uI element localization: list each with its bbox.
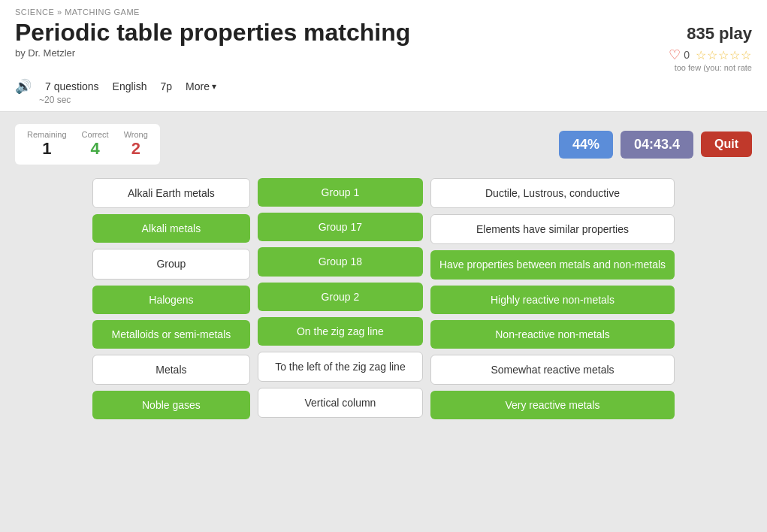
- quit-button[interactable]: Quit: [701, 131, 752, 157]
- match-item[interactable]: Group 17: [258, 213, 423, 241]
- match-item[interactable]: Group: [92, 249, 250, 279]
- play-count: 835 play: [669, 24, 752, 44]
- questions-label: 7 questions: [45, 80, 99, 92]
- match-item[interactable]: Alkali Earth metals: [92, 178, 250, 208]
- match-item[interactable]: Non-reactive non-metals: [430, 320, 675, 349]
- heart-count: 0: [684, 49, 690, 61]
- correct-value: 4: [91, 139, 100, 159]
- match-item[interactable]: Metals: [92, 355, 250, 385]
- wrong-label: Wrong: [124, 130, 148, 139]
- match-item[interactable]: Group 1: [258, 178, 423, 207]
- sound-icon[interactable]: 🔊: [15, 78, 32, 95]
- points-label: 7p: [161, 80, 173, 92]
- match-item[interactable]: Alkali metals: [92, 214, 250, 243]
- breadcrumb: SCIENCE » MATCHING GAME: [15, 8, 752, 17]
- remaining-value: 1: [42, 139, 51, 159]
- percent-badge: 44%: [559, 131, 613, 159]
- right-column: Ductile, Lustrous, conductiveElements ha…: [430, 178, 675, 419]
- match-item[interactable]: Group 18: [258, 247, 423, 276]
- match-item[interactable]: Elements have similar properties: [430, 214, 675, 244]
- timer-badge: 04:43.4: [621, 131, 693, 159]
- match-item[interactable]: Have properties between metals and non-m…: [430, 250, 675, 279]
- more-button[interactable]: More: [186, 80, 216, 92]
- stats-box: Remaining 1 Correct 4 Wrong 2: [15, 124, 160, 165]
- language-label: English: [113, 80, 147, 92]
- heart-icon[interactable]: ♡: [669, 47, 681, 63]
- author-label: by Dr. Metzler: [15, 47, 410, 59]
- match-item[interactable]: Ductile, Lustrous, conductive: [430, 178, 675, 208]
- matching-area: Alkali Earth metalsAlkali metalsGroupHal…: [15, 178, 752, 419]
- match-item[interactable]: Noble gases: [92, 391, 250, 419]
- wrong-value: 2: [131, 139, 140, 159]
- match-item[interactable]: To the left of the zig zag line: [258, 352, 423, 382]
- match-item[interactable]: Vertical column: [258, 388, 423, 418]
- match-item[interactable]: Somewhat reactive metals: [430, 355, 675, 385]
- star-rating[interactable]: ☆☆☆☆☆: [696, 48, 752, 62]
- match-item[interactable]: Halogens: [92, 286, 250, 314]
- match-item[interactable]: Highly reactive non-metals: [430, 286, 675, 314]
- match-item[interactable]: On the zig zag line: [258, 317, 423, 346]
- sub-meta-label: ~20 sec: [39, 95, 752, 105]
- rating-note: too few (you: not rate: [669, 63, 752, 72]
- remaining-label: Remaining: [27, 130, 67, 139]
- mid-column: Group 1Group 17Group 18Group 2On the zig…: [258, 178, 423, 419]
- page-title: Periodic table properties matching: [15, 20, 410, 46]
- correct-label: Correct: [82, 130, 109, 139]
- match-item[interactable]: Metalloids or semi-metals: [92, 320, 250, 349]
- left-column: Alkali Earth metalsAlkali metalsGroupHal…: [92, 178, 250, 419]
- match-item[interactable]: Group 2: [258, 283, 423, 311]
- match-item[interactable]: Very reactive metals: [430, 391, 675, 419]
